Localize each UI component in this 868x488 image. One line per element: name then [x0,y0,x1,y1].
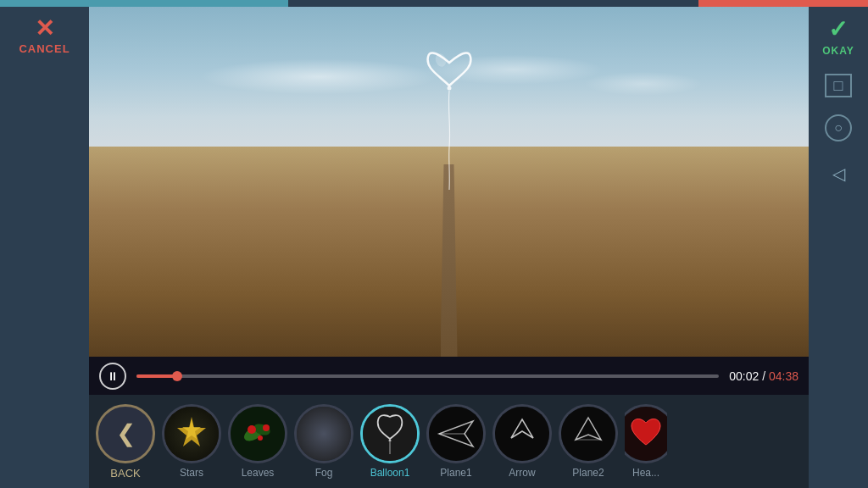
effect-item-plane2[interactable]: Plane2 [559,404,618,479]
effect-circle-balloon1 [360,404,420,463]
heart-thumbnail [625,407,667,461]
balloon-thumbnail [363,407,417,461]
svg-marker-14 [576,418,601,440]
effect-item-plane1[interactable]: Plane1 [426,404,486,479]
cancel-label: CANCEL [19,42,70,55]
cancel-button[interactable]: ✕ CANCEL [19,17,70,55]
effect-circle-stars [162,404,221,463]
stars-icon [170,413,213,455]
video-area[interactable] [89,7,809,357]
effect-label-balloon1: Balloon1 [370,467,410,479]
heart-icon [625,413,667,455]
effect-item-heart[interactable]: Hea... [625,404,667,479]
back-triangle-button[interactable]: ◁ [823,158,854,189]
leaves-thumbnail [231,407,285,461]
stars-thumbnail [164,407,219,461]
effect-item-balloon1[interactable]: Balloon1 [360,404,420,479]
effect-circle-arrow [492,404,552,463]
total-time: 04:38 [769,369,798,383]
okay-button[interactable]: ✓ OKAY [822,15,854,57]
effect-circle-plane1 [426,404,486,463]
effect-circle-heart [625,404,667,463]
fog-thumbnail [297,407,351,461]
effect-circle-fog [294,404,353,463]
circle-icon: ○ [834,121,843,135]
svg-point-7 [258,435,263,441]
effect-label-plane2: Plane2 [572,467,604,479]
play-pause-button[interactable]: ⏸ [99,363,126,390]
progress-dot[interactable] [172,371,182,381]
left-panel: ✕ CANCEL [0,7,89,488]
progress-bar[interactable] [136,374,719,378]
effect-label-fog: Fog [315,467,333,479]
balloon-overlay [398,25,500,194]
rectangle-icon: □ [834,77,843,95]
current-time: 00:02 [729,369,759,383]
time-display: 00:02 / 04:38 [729,369,798,383]
effect-label-stars: Stars [180,467,203,479]
effect-item-leaves[interactable]: Leaves [228,404,287,479]
plane2-thumbnail [561,407,615,461]
effect-label-heart: Hea... [632,467,659,479]
cancel-x-icon: ✕ [35,17,54,41]
effect-circle-plane2 [559,404,618,463]
bottom-toolbar: ❮ BACK Stars [89,395,809,488]
arrow-icon [501,413,543,455]
right-panel: ✓ OKAY □ ○ ◁ [809,7,868,488]
effect-item-arrow[interactable]: Arrow [492,404,552,479]
plane1-icon [435,413,477,455]
top-accent-left [0,0,288,7]
circle-button[interactable]: ○ [825,114,852,141]
svg-point-9 [389,440,392,442]
top-gap [288,0,698,7]
svg-marker-13 [511,419,533,438]
plane2-icon [567,413,609,455]
effect-item-fog[interactable]: Fog [294,404,353,479]
time-separator: / [762,369,769,383]
back-icon: ❮ [116,419,136,447]
center-content: ⏸ 00:02 / 04:38 ❮ BACK [89,7,809,488]
svg-point-6 [248,425,256,434]
progress-fill [136,374,177,378]
video-controls: ⏸ 00:02 / 04:38 [89,357,809,395]
svg-point-8 [263,424,270,431]
leaves-icon [236,413,279,455]
balloon-svg [398,25,500,194]
svg-point-1 [447,86,451,90]
okay-check-icon: ✓ [828,15,848,43]
top-accent-right [698,0,868,7]
back-label: BACK [110,467,140,480]
effect-label-arrow: Arrow [509,467,535,479]
rectangle-button[interactable]: □ [825,74,852,97]
back-button[interactable]: ❮ BACK [96,404,155,480]
balloon1-icon [371,410,409,458]
effect-label-leaves: Leaves [242,467,275,479]
back-circle: ❮ [96,404,155,463]
triangle-icon: ◁ [832,164,845,184]
arrow-thumbnail [495,407,549,461]
plane1-thumbnail [429,407,483,461]
effect-circle-leaves [228,404,287,463]
okay-label: OKAY [822,45,854,57]
effect-label-plane1: Plane1 [440,467,471,479]
play-pause-icon: ⏸ [107,369,119,383]
effect-item-stars[interactable]: Stars [162,404,221,479]
